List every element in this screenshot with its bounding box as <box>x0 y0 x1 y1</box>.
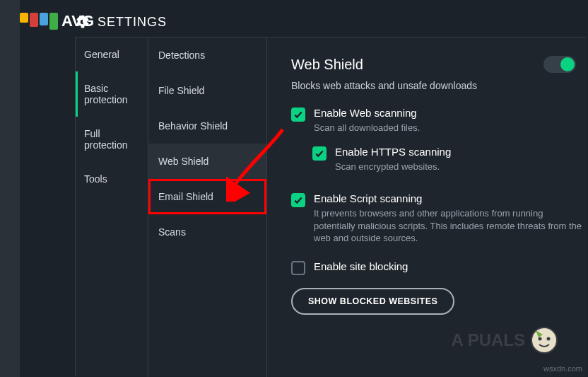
checkbox-script-scanning[interactable] <box>291 193 305 207</box>
settings-secondary-nav: Detections File Shield Behavior Shield W… <box>148 37 267 377</box>
nav-basic-protection[interactable]: Basic protection <box>76 71 148 117</box>
app-window: AVG SETTINGS General Basic protection Fu… <box>0 0 588 377</box>
nav-tools[interactable]: Tools <box>76 162 148 196</box>
checkbox-web-scanning[interactable] <box>291 108 305 122</box>
subnav-file-shield[interactable]: File Shield <box>148 73 266 108</box>
subnav-behavior-shield[interactable]: Behavior Shield <box>148 108 266 144</box>
desc-script-scanning: It prevents browsers and other applicati… <box>314 207 582 245</box>
section-subtitle: Blocks web attacks and unsafe downloads <box>291 80 587 91</box>
brand-logo: AVG <box>20 9 66 33</box>
checkbox-site-blocking[interactable] <box>291 261 305 275</box>
show-blocked-websites-button[interactable]: SHOW BLOCKED WEBSITES <box>291 288 454 315</box>
subnav-web-shield[interactable]: Web Shield <box>148 144 266 179</box>
subnav-email-shield[interactable]: Email Shield <box>148 179 266 214</box>
credit-text: wsxdn.com <box>543 364 582 373</box>
subnav-scans[interactable]: Scans <box>148 214 266 250</box>
settings-primary-nav: General Basic protection Full protection… <box>76 37 148 377</box>
svg-point-0 <box>531 327 557 353</box>
nav-general[interactable]: General <box>76 37 148 71</box>
checkbox-https-scanning[interactable] <box>312 146 327 161</box>
page-title: SETTINGS <box>98 15 167 30</box>
svg-point-2 <box>547 337 551 341</box>
desc-web-scanning: Scan all downloaded files. <box>314 122 420 134</box>
svg-point-1 <box>539 337 542 341</box>
label-web-scanning: Enable Web scanning <box>314 107 420 119</box>
watermark: A PUALS <box>452 325 560 356</box>
left-strip <box>0 0 20 377</box>
subnav-detections[interactable]: Detections <box>148 37 266 73</box>
web-shield-toggle[interactable] <box>543 56 576 73</box>
mascot-icon <box>529 325 560 356</box>
gear-icon <box>75 14 90 30</box>
section-title: Web Shield <box>291 57 363 73</box>
desc-https-scanning: Scan encrypted websites. <box>335 161 451 173</box>
label-site-blocking: Enable site blocking <box>314 260 408 272</box>
watermark-text: A PUALS <box>452 330 525 350</box>
nav-full-protection[interactable]: Full protection <box>76 117 148 162</box>
label-script-scanning: Enable Script scanning <box>314 192 582 204</box>
settings-header: SETTINGS <box>75 14 167 30</box>
label-https-scanning: Enable HTTPS scanning <box>335 146 451 158</box>
